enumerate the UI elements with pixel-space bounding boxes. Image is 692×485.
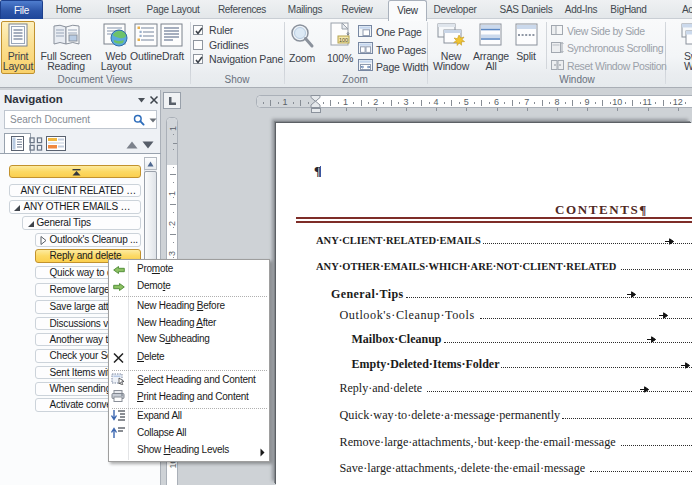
svg-text:100: 100: [339, 37, 348, 43]
